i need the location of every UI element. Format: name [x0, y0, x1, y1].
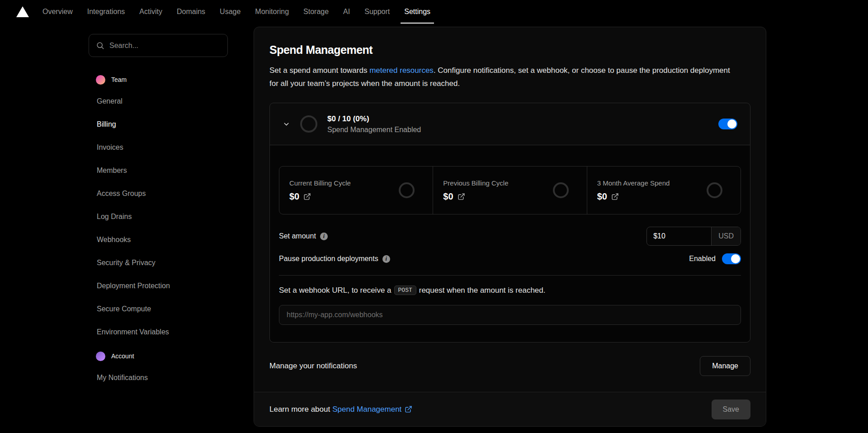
external-link-icon[interactable] — [303, 193, 311, 200]
spend-panel-header[interactable]: $0 / 10 (0%) Spend Management Enabled — [270, 103, 750, 145]
pause-deployments-label: Pause production deployments — [279, 255, 378, 263]
content-area: Team General Billing Invoices Members Ac… — [0, 24, 868, 427]
pause-status-text: Enabled — [689, 255, 716, 263]
team-section-label: Team — [111, 76, 127, 83]
search-box[interactable] — [89, 34, 228, 57]
currency-label: USD — [711, 227, 741, 245]
amount-input-group: USD — [646, 227, 741, 246]
vercel-triangle-icon — [16, 6, 29, 17]
nav-item-domains[interactable]: Domains — [170, 0, 212, 24]
sidebar-item-general[interactable]: General — [89, 90, 228, 113]
stat-value-row: $0 — [597, 191, 670, 202]
page-title: Spend Management — [269, 43, 750, 57]
info-icon[interactable]: i — [382, 255, 390, 263]
spend-panel: $0 / 10 (0%) Spend Management Enabled Cu… — [269, 103, 750, 343]
stat-label: Current Billing Cycle — [289, 179, 351, 187]
stat-value-row: $0 — [289, 191, 351, 202]
nav-item-support[interactable]: Support — [357, 0, 397, 24]
spend-management-toggle[interactable] — [718, 119, 737, 129]
nav-item-overview[interactable]: Overview — [35, 0, 80, 24]
external-link-icon[interactable] — [611, 193, 619, 200]
account-section-label: Account — [111, 352, 134, 360]
footer-text: Learn more about Spend Management — [269, 405, 412, 414]
team-avatar — [96, 75, 105, 85]
divider — [279, 275, 741, 276]
notifications-row: Manage your notifications Manage — [269, 356, 750, 376]
billing-stats: Current Billing Cycle $0 Previous Billin… — [279, 166, 741, 214]
sidebar-item-environment-variables[interactable]: Environment Variables — [89, 320, 228, 343]
spend-management-body: Spend Management Set a spend amount towa… — [254, 27, 766, 392]
toggle-knob — [731, 254, 740, 263]
pause-deployments-toggle[interactable] — [722, 253, 741, 264]
sidebar-item-log-drains[interactable]: Log Drains — [89, 205, 228, 228]
info-icon[interactable]: i — [320, 233, 328, 240]
nav-item-integrations[interactable]: Integrations — [80, 0, 132, 24]
stat-value: $0 — [289, 191, 299, 202]
save-button[interactable]: Save — [712, 400, 750, 419]
search-icon — [96, 41, 104, 50]
spend-summary: $0 / 10 (0%) Spend Management Enabled — [327, 114, 421, 134]
stat-previous-billing-cycle: Previous Billing Cycle $0 — [433, 167, 586, 214]
nav-item-ai[interactable]: AI — [336, 0, 357, 24]
stat-three-month-average: 3 Month Average Spend $0 — [587, 167, 741, 214]
stat-value-row: $0 — [443, 191, 508, 202]
stat-value: $0 — [597, 191, 607, 202]
toggle-knob — [727, 119, 736, 128]
footer-link-label: Spend Management — [332, 405, 401, 414]
pause-control: Enabled — [689, 253, 741, 264]
stat-gauge-icon — [399, 182, 415, 198]
sidebar-item-access-groups[interactable]: Access Groups — [89, 182, 228, 205]
notifications-label: Manage your notifications — [269, 362, 357, 371]
account-section-header: Account — [96, 350, 228, 362]
stat-value: $0 — [443, 191, 453, 202]
sidebar-item-members[interactable]: Members — [89, 159, 228, 182]
post-method-badge: POST — [394, 285, 416, 295]
webhook-instruction: Set a webhook URL, to receive aPOSTreque… — [279, 285, 741, 295]
sidebar-item-webhooks[interactable]: Webhooks — [89, 228, 228, 251]
external-link-icon — [405, 405, 412, 413]
webhook-text-after: request when the amount is reached. — [419, 286, 546, 295]
webhook-url-input[interactable] — [279, 305, 741, 325]
description-text-before: Set a spend amount towards — [269, 66, 369, 75]
footer-text-before: Learn more about — [269, 405, 330, 414]
card-footer: Learn more about Spend Management Save — [254, 392, 766, 426]
sidebar-item-secure-compute[interactable]: Secure Compute — [89, 297, 228, 320]
external-link-icon[interactable] — [458, 193, 465, 200]
spend-gauge-icon — [300, 115, 317, 133]
main-nav: Overview Integrations Activity Domains U… — [35, 0, 438, 24]
stat-info: 3 Month Average Spend $0 — [597, 179, 670, 202]
nav-item-usage[interactable]: Usage — [212, 0, 248, 24]
metered-resources-link[interactable]: metered resources — [369, 66, 434, 75]
stat-info: Current Billing Cycle $0 — [289, 179, 351, 202]
account-avatar — [96, 352, 105, 361]
spend-amount-summary: $0 / 10 (0%) — [327, 114, 421, 124]
webhook-text-before: Set a webhook URL, to receive a — [279, 286, 392, 295]
sidebar-item-deployment-protection[interactable]: Deployment Protection — [89, 274, 228, 297]
spend-status-text: Spend Management Enabled — [327, 126, 421, 134]
nav-item-activity[interactable]: Activity — [132, 0, 170, 24]
spend-management-card: Spend Management Set a spend amount towa… — [254, 27, 766, 427]
sidebar-item-billing[interactable]: Billing — [89, 113, 228, 136]
page-description: Set a spend amount towards metered resou… — [269, 64, 735, 90]
search-input[interactable] — [109, 42, 221, 50]
manage-button[interactable]: Manage — [700, 356, 750, 376]
account-settings-nav: My Notifications — [89, 366, 228, 389]
sidebar-item-invoices[interactable]: Invoices — [89, 136, 228, 159]
nav-item-monitoring[interactable]: Monitoring — [248, 0, 296, 24]
chevron-down-icon[interactable] — [283, 120, 290, 128]
sidebar-item-my-notifications[interactable]: My Notifications — [89, 366, 228, 389]
nav-item-settings[interactable]: Settings — [397, 0, 438, 24]
settings-sidebar: Team General Billing Invoices Members Ac… — [89, 34, 228, 427]
amount-input[interactable] — [647, 227, 711, 245]
stat-gauge-icon — [553, 182, 569, 198]
stat-gauge-icon — [707, 182, 722, 198]
spend-panel-details: Current Billing Cycle $0 Previous Billin… — [270, 145, 750, 342]
team-settings-nav: General Billing Invoices Members Access … — [89, 90, 228, 343]
stat-info: Previous Billing Cycle $0 — [443, 179, 508, 202]
nav-item-storage[interactable]: Storage — [296, 0, 336, 24]
vercel-logo[interactable] — [14, 6, 32, 17]
spend-management-docs-link[interactable]: Spend Management — [332, 405, 412, 414]
set-amount-label: Set amount — [279, 232, 316, 240]
sidebar-item-security-privacy[interactable]: Security & Privacy — [89, 251, 228, 274]
set-amount-row: Set amount i USD — [279, 227, 741, 246]
